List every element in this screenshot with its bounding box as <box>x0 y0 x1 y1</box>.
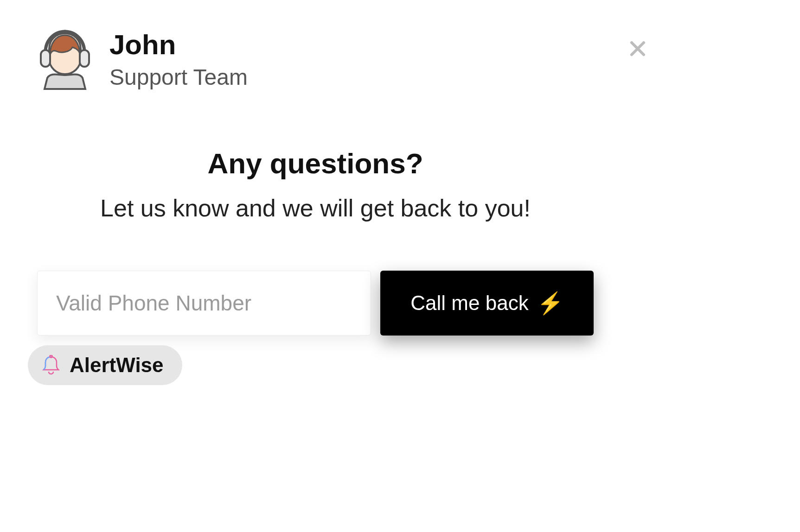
bolt-icon: ⚡ <box>537 292 563 314</box>
svg-rect-1 <box>80 50 89 67</box>
call-me-back-button[interactable]: Call me back ⚡ <box>380 271 594 336</box>
message-subtitle: Let us know and we will get back to you! <box>46 193 584 224</box>
callback-form: Call me back ⚡ <box>37 271 594 336</box>
agent-name: John <box>109 30 248 60</box>
close-icon <box>629 40 646 57</box>
message-block: Any questions? Let us know and we will g… <box>37 146 594 224</box>
support-agent-avatar-icon <box>37 28 93 90</box>
agent-info: John Support Team <box>109 28 248 91</box>
message-title: Any questions? <box>46 146 584 181</box>
brand-badge[interactable]: AlertWise <box>28 345 182 385</box>
svg-rect-0 <box>41 50 50 67</box>
brand-name: AlertWise <box>70 354 164 377</box>
widget-header: John Support Team <box>37 28 594 91</box>
call-button-label: Call me back <box>410 291 528 315</box>
bell-icon <box>41 355 61 375</box>
close-button[interactable] <box>626 37 649 60</box>
phone-input[interactable] <box>37 271 371 336</box>
callback-widget: John Support Team Any questions? Let us … <box>37 28 594 336</box>
agent-role: Support Team <box>109 64 248 91</box>
